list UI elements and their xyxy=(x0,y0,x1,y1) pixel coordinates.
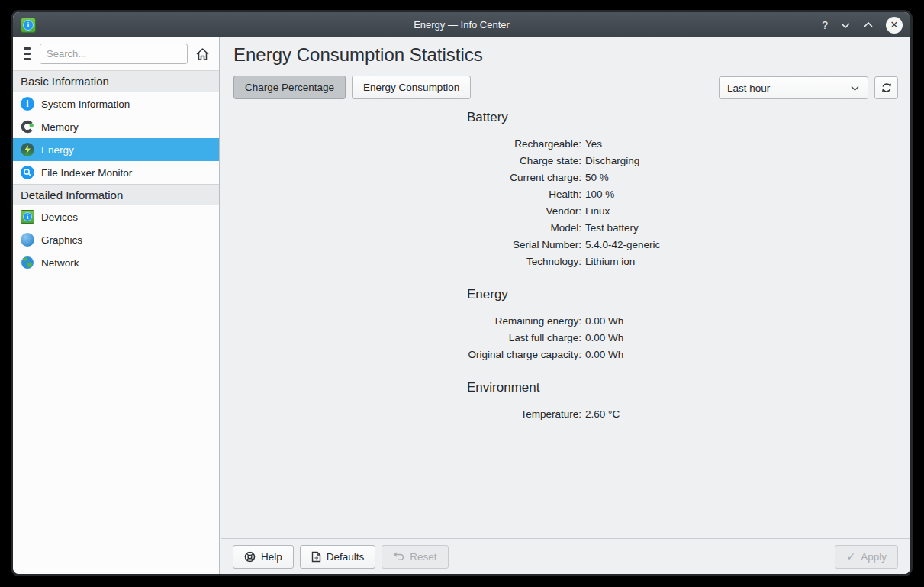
form-row: Current charge:50 % xyxy=(221,169,910,186)
file-indexer-icon xyxy=(21,166,34,179)
chevron-down-icon xyxy=(850,82,860,94)
form-row: Original charge capacity:0.00 Wh xyxy=(221,347,910,363)
home-icon[interactable] xyxy=(195,47,210,61)
sidebar-item-label: Memory xyxy=(41,121,79,133)
sidebar-item-label: Network xyxy=(41,257,79,269)
sidebar-item-energy[interactable]: Energy xyxy=(13,138,219,161)
charge-percentage-button[interactable]: Charge Percentage xyxy=(233,76,346,99)
form-row: Remaining energy:0.00 Wh xyxy=(221,313,910,330)
sidebar-item-label: File Indexer Monitor xyxy=(41,167,132,179)
sidebar-item-file-indexer-monitor[interactable]: File Indexer Monitor xyxy=(13,161,219,184)
minimize-button[interactable] xyxy=(840,21,851,29)
form-row: Charge state:Discharging xyxy=(221,153,910,169)
energy-consumption-button[interactable]: Energy Consumption xyxy=(352,76,471,99)
graphics-icon xyxy=(21,233,34,247)
defaults-icon xyxy=(311,551,321,563)
defaults-button[interactable]: Defaults xyxy=(300,545,376,569)
form-row: Technology:Lithium ion xyxy=(221,253,910,270)
devices-icon: i xyxy=(21,210,34,224)
reset-button[interactable]: Reset xyxy=(382,545,448,569)
app-icon: i xyxy=(21,18,36,33)
sidebar-item-label: Energy xyxy=(41,144,74,156)
sidebar-section-basic-information: Basic Information xyxy=(13,71,219,92)
info-center-window: i Energy — Info Center ? ✕ Basic Informa… xyxy=(11,10,913,576)
page-title: Energy Consumption Statistics xyxy=(233,44,483,66)
form-row: Vendor:Linux xyxy=(221,203,910,220)
maximize-button[interactable] xyxy=(863,21,874,29)
time-period-dropdown[interactable]: Last hour xyxy=(719,76,868,99)
form-row: Rechargeable:Yes xyxy=(221,136,910,153)
search-input[interactable] xyxy=(40,44,188,64)
close-button[interactable]: ✕ xyxy=(886,17,903,34)
form-row: Temperature:2.60 °C xyxy=(221,406,910,423)
network-icon xyxy=(21,256,34,269)
form-row: Health:100 % xyxy=(221,186,910,203)
form-row: Last full charge:0.00 Wh xyxy=(221,330,910,347)
main-content: Energy Consumption Statistics Charge Per… xyxy=(221,37,910,574)
sidebar-item-label: Devices xyxy=(41,211,78,223)
view-mode-buttons: Charge Percentage Energy Consumption xyxy=(233,76,471,99)
system-information-icon: i xyxy=(21,97,34,111)
menu-icon[interactable] xyxy=(22,46,32,62)
sidebar-item-system-information[interactable]: i System Information xyxy=(13,92,219,115)
memory-icon xyxy=(21,120,34,134)
footer-toolbar: Help Defaults Reset ✓ Apply xyxy=(221,538,910,574)
apply-button[interactable]: ✓ Apply xyxy=(835,545,898,569)
sidebar-item-label: System Information xyxy=(41,98,130,110)
group-title-battery: Battery xyxy=(467,110,910,125)
sidebar-item-network[interactable]: Network xyxy=(13,251,219,274)
sidebar-item-devices[interactable]: i Devices xyxy=(13,205,219,228)
help-icon xyxy=(244,551,256,563)
group-title-environment: Environment xyxy=(467,380,910,395)
refresh-icon xyxy=(881,82,893,94)
help-button[interactable]: Help xyxy=(233,545,294,569)
energy-icon xyxy=(21,143,34,156)
form-row: Serial Number:5.4.0-42-generic xyxy=(221,237,910,253)
sidebar-section-detailed-information: Detailed Information xyxy=(13,184,219,205)
sidebar-item-graphics[interactable]: Graphics xyxy=(13,228,219,251)
group-title-energy: Energy xyxy=(467,287,910,302)
titlebar: i Energy — Info Center ? ✕ xyxy=(13,12,910,37)
sidebar-item-label: Graphics xyxy=(41,234,82,246)
sidebar: Basic Information i System Information M… xyxy=(13,37,220,574)
window-title: Energy — Info Center xyxy=(13,19,910,31)
form-row: Model:Test battery xyxy=(221,220,910,237)
check-icon: ✓ xyxy=(846,551,855,562)
refresh-button[interactable] xyxy=(874,76,898,99)
reset-icon xyxy=(393,551,404,562)
info-center-logo-icon: i xyxy=(23,20,34,31)
sidebar-item-memory[interactable]: Memory xyxy=(13,115,219,138)
time-period-value: Last hour xyxy=(727,82,770,94)
energy-form: Battery Rechargeable:Yes Charge state:Di… xyxy=(221,110,910,536)
titlebar-help-button[interactable]: ? xyxy=(822,19,828,31)
